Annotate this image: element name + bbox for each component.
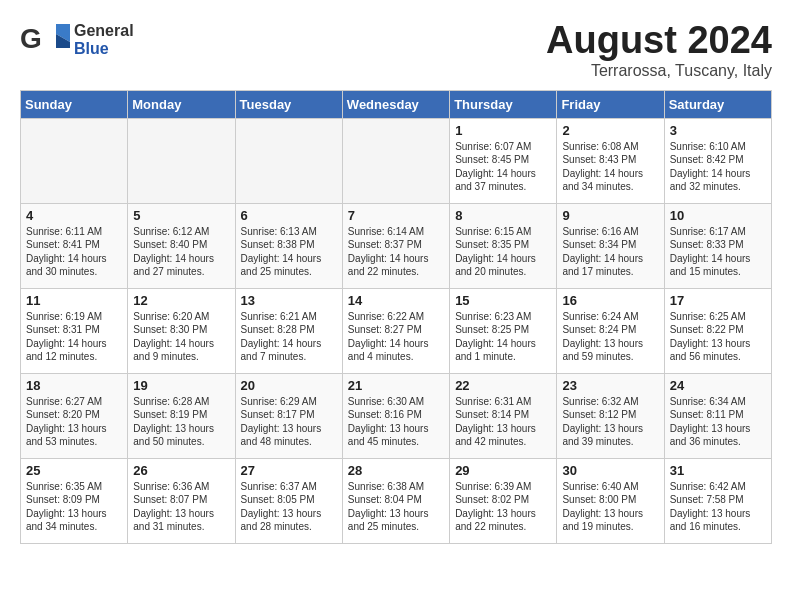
- day-info: Sunrise: 6:08 AM Sunset: 8:43 PM Dayligh…: [562, 140, 658, 194]
- day-cell: 6 Sunrise: 6:13 AM Sunset: 8:38 PM Dayli…: [235, 203, 342, 288]
- week-row-5: 25 Sunrise: 6:35 AM Sunset: 8:09 PM Dayl…: [21, 458, 772, 543]
- day-cell: 10 Sunrise: 6:17 AM Sunset: 8:33 PM Dayl…: [664, 203, 771, 288]
- subtitle: Terrarossa, Tuscany, Italy: [546, 62, 772, 80]
- header: G General Blue August 2024 Terrarossa, T…: [20, 20, 772, 80]
- day-info: Sunrise: 6:21 AM Sunset: 8:28 PM Dayligh…: [241, 310, 337, 364]
- day-info: Sunrise: 6:29 AM Sunset: 8:17 PM Dayligh…: [241, 395, 337, 449]
- weekday-header-sunday: Sunday: [21, 90, 128, 118]
- weekday-header-monday: Monday: [128, 90, 235, 118]
- day-cell: 13 Sunrise: 6:21 AM Sunset: 8:28 PM Dayl…: [235, 288, 342, 373]
- day-number: 12: [133, 293, 229, 308]
- day-cell: [342, 118, 449, 203]
- day-number: 10: [670, 208, 766, 223]
- day-cell: 15 Sunrise: 6:23 AM Sunset: 8:25 PM Dayl…: [450, 288, 557, 373]
- day-cell: [21, 118, 128, 203]
- day-info: Sunrise: 6:38 AM Sunset: 8:04 PM Dayligh…: [348, 480, 444, 534]
- day-info: Sunrise: 6:25 AM Sunset: 8:22 PM Dayligh…: [670, 310, 766, 364]
- day-cell: 31 Sunrise: 6:42 AM Sunset: 7:58 PM Dayl…: [664, 458, 771, 543]
- day-number: 19: [133, 378, 229, 393]
- day-number: 4: [26, 208, 122, 223]
- day-number: 29: [455, 463, 551, 478]
- day-number: 27: [241, 463, 337, 478]
- day-number: 9: [562, 208, 658, 223]
- day-cell: 7 Sunrise: 6:14 AM Sunset: 8:37 PM Dayli…: [342, 203, 449, 288]
- day-cell: 12 Sunrise: 6:20 AM Sunset: 8:30 PM Dayl…: [128, 288, 235, 373]
- day-number: 5: [133, 208, 229, 223]
- day-info: Sunrise: 6:27 AM Sunset: 8:20 PM Dayligh…: [26, 395, 122, 449]
- logo: G General Blue: [20, 20, 134, 60]
- day-number: 6: [241, 208, 337, 223]
- day-number: 3: [670, 123, 766, 138]
- day-cell: 28 Sunrise: 6:38 AM Sunset: 8:04 PM Dayl…: [342, 458, 449, 543]
- day-info: Sunrise: 6:24 AM Sunset: 8:24 PM Dayligh…: [562, 310, 658, 364]
- month-title: August 2024: [546, 20, 772, 62]
- week-row-2: 4 Sunrise: 6:11 AM Sunset: 8:41 PM Dayli…: [21, 203, 772, 288]
- day-info: Sunrise: 6:17 AM Sunset: 8:33 PM Dayligh…: [670, 225, 766, 279]
- day-info: Sunrise: 6:07 AM Sunset: 8:45 PM Dayligh…: [455, 140, 551, 194]
- weekday-header-tuesday: Tuesday: [235, 90, 342, 118]
- day-cell: 18 Sunrise: 6:27 AM Sunset: 8:20 PM Dayl…: [21, 373, 128, 458]
- day-cell: 16 Sunrise: 6:24 AM Sunset: 8:24 PM Dayl…: [557, 288, 664, 373]
- day-cell: 3 Sunrise: 6:10 AM Sunset: 8:42 PM Dayli…: [664, 118, 771, 203]
- day-info: Sunrise: 6:30 AM Sunset: 8:16 PM Dayligh…: [348, 395, 444, 449]
- day-cell: 22 Sunrise: 6:31 AM Sunset: 8:14 PM Dayl…: [450, 373, 557, 458]
- day-number: 13: [241, 293, 337, 308]
- day-cell: 23 Sunrise: 6:32 AM Sunset: 8:12 PM Dayl…: [557, 373, 664, 458]
- weekday-header-saturday: Saturday: [664, 90, 771, 118]
- day-info: Sunrise: 6:37 AM Sunset: 8:05 PM Dayligh…: [241, 480, 337, 534]
- day-info: Sunrise: 6:15 AM Sunset: 8:35 PM Dayligh…: [455, 225, 551, 279]
- weekday-header-friday: Friday: [557, 90, 664, 118]
- day-info: Sunrise: 6:34 AM Sunset: 8:11 PM Dayligh…: [670, 395, 766, 449]
- day-cell: 27 Sunrise: 6:37 AM Sunset: 8:05 PM Dayl…: [235, 458, 342, 543]
- day-cell: [128, 118, 235, 203]
- day-info: Sunrise: 6:28 AM Sunset: 8:19 PM Dayligh…: [133, 395, 229, 449]
- day-cell: [235, 118, 342, 203]
- day-number: 14: [348, 293, 444, 308]
- day-number: 20: [241, 378, 337, 393]
- day-info: Sunrise: 6:12 AM Sunset: 8:40 PM Dayligh…: [133, 225, 229, 279]
- day-number: 8: [455, 208, 551, 223]
- day-number: 15: [455, 293, 551, 308]
- weekday-header-thursday: Thursday: [450, 90, 557, 118]
- day-number: 18: [26, 378, 122, 393]
- svg-text:G: G: [20, 23, 42, 54]
- day-cell: 1 Sunrise: 6:07 AM Sunset: 8:45 PM Dayli…: [450, 118, 557, 203]
- day-cell: 29 Sunrise: 6:39 AM Sunset: 8:02 PM Dayl…: [450, 458, 557, 543]
- logo-blue-text: Blue: [74, 40, 134, 58]
- day-info: Sunrise: 6:23 AM Sunset: 8:25 PM Dayligh…: [455, 310, 551, 364]
- day-info: Sunrise: 6:35 AM Sunset: 8:09 PM Dayligh…: [26, 480, 122, 534]
- day-cell: 24 Sunrise: 6:34 AM Sunset: 8:11 PM Dayl…: [664, 373, 771, 458]
- logo-icon: G: [20, 20, 72, 60]
- day-info: Sunrise: 6:10 AM Sunset: 8:42 PM Dayligh…: [670, 140, 766, 194]
- day-info: Sunrise: 6:16 AM Sunset: 8:34 PM Dayligh…: [562, 225, 658, 279]
- day-info: Sunrise: 6:32 AM Sunset: 8:12 PM Dayligh…: [562, 395, 658, 449]
- day-cell: 19 Sunrise: 6:28 AM Sunset: 8:19 PM Dayl…: [128, 373, 235, 458]
- day-info: Sunrise: 6:11 AM Sunset: 8:41 PM Dayligh…: [26, 225, 122, 279]
- day-cell: 9 Sunrise: 6:16 AM Sunset: 8:34 PM Dayli…: [557, 203, 664, 288]
- day-number: 16: [562, 293, 658, 308]
- day-info: Sunrise: 6:42 AM Sunset: 7:58 PM Dayligh…: [670, 480, 766, 534]
- day-cell: 11 Sunrise: 6:19 AM Sunset: 8:31 PM Dayl…: [21, 288, 128, 373]
- day-cell: 20 Sunrise: 6:29 AM Sunset: 8:17 PM Dayl…: [235, 373, 342, 458]
- day-number: 26: [133, 463, 229, 478]
- day-info: Sunrise: 6:14 AM Sunset: 8:37 PM Dayligh…: [348, 225, 444, 279]
- week-row-1: 1 Sunrise: 6:07 AM Sunset: 8:45 PM Dayli…: [21, 118, 772, 203]
- day-cell: 8 Sunrise: 6:15 AM Sunset: 8:35 PM Dayli…: [450, 203, 557, 288]
- day-number: 22: [455, 378, 551, 393]
- day-number: 17: [670, 293, 766, 308]
- day-info: Sunrise: 6:39 AM Sunset: 8:02 PM Dayligh…: [455, 480, 551, 534]
- day-info: Sunrise: 6:19 AM Sunset: 8:31 PM Dayligh…: [26, 310, 122, 364]
- day-info: Sunrise: 6:36 AM Sunset: 8:07 PM Dayligh…: [133, 480, 229, 534]
- day-info: Sunrise: 6:22 AM Sunset: 8:27 PM Dayligh…: [348, 310, 444, 364]
- day-info: Sunrise: 6:13 AM Sunset: 8:38 PM Dayligh…: [241, 225, 337, 279]
- day-number: 7: [348, 208, 444, 223]
- day-number: 24: [670, 378, 766, 393]
- title-area: August 2024 Terrarossa, Tuscany, Italy: [546, 20, 772, 80]
- day-number: 1: [455, 123, 551, 138]
- day-cell: 25 Sunrise: 6:35 AM Sunset: 8:09 PM Dayl…: [21, 458, 128, 543]
- day-info: Sunrise: 6:40 AM Sunset: 8:00 PM Dayligh…: [562, 480, 658, 534]
- day-number: 21: [348, 378, 444, 393]
- day-cell: 26 Sunrise: 6:36 AM Sunset: 8:07 PM Dayl…: [128, 458, 235, 543]
- week-row-3: 11 Sunrise: 6:19 AM Sunset: 8:31 PM Dayl…: [21, 288, 772, 373]
- day-info: Sunrise: 6:20 AM Sunset: 8:30 PM Dayligh…: [133, 310, 229, 364]
